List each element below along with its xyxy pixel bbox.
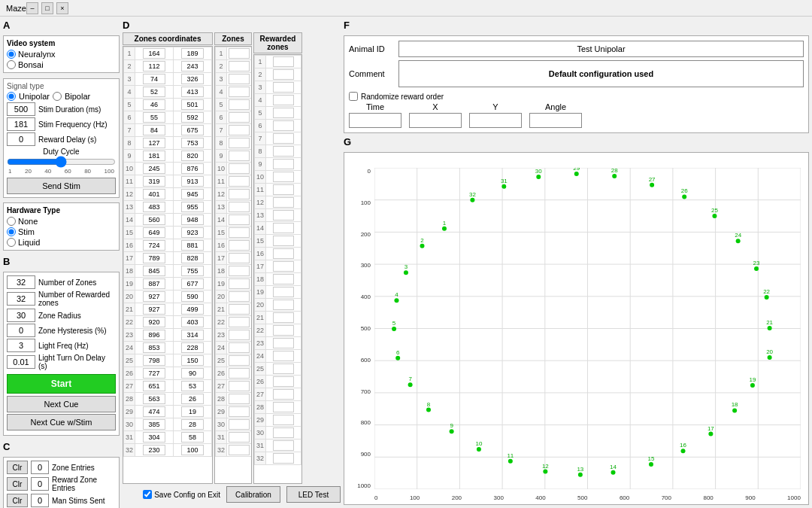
- rewarded-val-2[interactable]: [273, 69, 294, 80]
- coord-x-13[interactable]: [143, 202, 165, 212]
- x-input[interactable]: [409, 113, 462, 128]
- zone-val-12[interactable]: [229, 189, 250, 199]
- coord-y-6[interactable]: [181, 112, 204, 123]
- hw-none-radio[interactable]: [7, 217, 16, 226]
- coord-x-14[interactable]: [143, 214, 165, 225]
- rewarded-val-6[interactable]: [273, 120, 294, 131]
- unipolar-radio[interactable]: [7, 92, 16, 101]
- coord-x-17[interactable]: [143, 253, 165, 263]
- light-freq-input[interactable]: [7, 339, 35, 352]
- reward-entries-val[interactable]: [31, 477, 49, 491]
- rewarded-val-4[interactable]: [273, 95, 294, 105]
- coord-x-22[interactable]: [143, 317, 165, 327]
- calibration-btn[interactable]: Calibration: [226, 486, 280, 503]
- coord-y-11[interactable]: [181, 176, 204, 187]
- coord-x-11[interactable]: [143, 176, 165, 187]
- rewarded-val-13[interactable]: [273, 210, 294, 221]
- bipolar-radio[interactable]: [53, 92, 62, 101]
- coord-x-18[interactable]: [143, 266, 165, 276]
- time-input[interactable]: [349, 113, 401, 128]
- animal-id-input[interactable]: [398, 41, 804, 57]
- coord-y-30[interactable]: [181, 419, 204, 430]
- zone-val-29[interactable]: [229, 406, 250, 417]
- rewarded-val-3[interactable]: [273, 82, 294, 93]
- randomize-checkbox[interactable]: [349, 92, 358, 101]
- rewarded-val-24[interactable]: [273, 351, 294, 361]
- zone-val-31[interactable]: [229, 432, 250, 443]
- rewarded-val-1[interactable]: [273, 56, 294, 67]
- coord-y-2[interactable]: [181, 61, 204, 71]
- rewarded-val-8[interactable]: [273, 146, 294, 157]
- coord-x-9[interactable]: [143, 151, 165, 161]
- rewarded-val-5[interactable]: [273, 108, 294, 118]
- zone-val-19[interactable]: [229, 278, 250, 289]
- reward-delay-input[interactable]: [7, 132, 35, 146]
- coord-x-30[interactable]: [143, 419, 165, 430]
- zone-val-21[interactable]: [229, 304, 250, 315]
- y-input[interactable]: [469, 113, 522, 128]
- coord-y-14[interactable]: [181, 214, 204, 225]
- coord-x-8[interactable]: [143, 138, 165, 148]
- rewarded-val-11[interactable]: [273, 184, 294, 195]
- coord-x-21[interactable]: [143, 304, 165, 315]
- coord-x-25[interactable]: [143, 355, 165, 366]
- coord-y-18[interactable]: [181, 266, 204, 276]
- zone-val-30[interactable]: [229, 419, 250, 430]
- stim-duration-input[interactable]: 500: [7, 102, 35, 116]
- rewarded-val-19[interactable]: [273, 287, 294, 297]
- coord-y-7[interactable]: [181, 125, 204, 135]
- coord-x-12[interactable]: [143, 189, 165, 199]
- coord-x-29[interactable]: [143, 406, 165, 417]
- zone-val-27[interactable]: [229, 381, 250, 391]
- coord-x-20[interactable]: [143, 291, 165, 302]
- light-delay-input[interactable]: [7, 355, 35, 369]
- zone-radius-input[interactable]: [7, 309, 35, 322]
- clr-reward-btn[interactable]: Clr: [7, 477, 28, 491]
- coord-y-20[interactable]: [181, 291, 204, 302]
- coord-x-7[interactable]: [143, 125, 165, 135]
- rewarded-val-22[interactable]: [273, 325, 294, 336]
- rewarded-val-16[interactable]: [273, 248, 294, 259]
- rewarded-val-30[interactable]: [273, 427, 294, 438]
- minimize-btn[interactable]: –: [26, 2, 38, 14]
- zone-val-8[interactable]: [229, 138, 250, 148]
- coord-y-31[interactable]: [181, 432, 204, 443]
- zone-hysteresis-input[interactable]: [7, 324, 35, 337]
- zone-val-11[interactable]: [229, 176, 250, 187]
- coord-x-31[interactable]: [143, 432, 165, 443]
- rewarded-val-15[interactable]: [273, 236, 294, 246]
- coord-y-4[interactable]: [181, 87, 204, 97]
- zone-val-22[interactable]: [229, 317, 250, 327]
- coord-y-1[interactable]: [181, 48, 204, 59]
- zone-val-32[interactable]: [229, 445, 250, 455]
- coord-x-3[interactable]: [143, 74, 165, 84]
- coord-y-24[interactable]: [181, 342, 204, 353]
- zone-val-23[interactable]: [229, 330, 250, 340]
- num-zones-input[interactable]: [7, 275, 35, 289]
- zone-val-9[interactable]: [229, 151, 250, 161]
- clr-zone-btn[interactable]: Clr: [7, 461, 28, 474]
- hw-liquid-option[interactable]: Liquid: [7, 238, 116, 247]
- rewarded-val-10[interactable]: [273, 172, 294, 182]
- zone-val-4[interactable]: [229, 87, 250, 97]
- coord-y-13[interactable]: [181, 202, 204, 212]
- duty-cycle-slider[interactable]: [7, 157, 116, 166]
- zone-val-5[interactable]: [229, 99, 250, 110]
- stims-sent-val[interactable]: [31, 494, 49, 507]
- close-btn[interactable]: ×: [56, 2, 68, 14]
- rewarded-val-21[interactable]: [273, 312, 294, 323]
- rewarded-val-17[interactable]: [273, 261, 294, 272]
- zone-val-15[interactable]: [229, 227, 250, 238]
- coord-x-32[interactable]: [143, 445, 165, 455]
- rewarded-val-32[interactable]: [273, 453, 294, 464]
- rewarded-val-20[interactable]: [273, 300, 294, 310]
- next-cue-stim-btn[interactable]: Next Cue w/Stim: [7, 414, 116, 430]
- num-rewarded-input[interactable]: [7, 292, 35, 306]
- rewarded-scroll[interactable]: 1 2 3 4 5 6 7 8 9 10 11 12 13 14: [253, 54, 302, 484]
- coord-y-12[interactable]: [181, 189, 204, 199]
- rewarded-val-7[interactable]: [273, 133, 294, 144]
- coord-y-25[interactable]: [181, 355, 204, 366]
- next-cue-btn[interactable]: Next Cue: [7, 396, 116, 412]
- zone-val-14[interactable]: [229, 214, 250, 225]
- zone-val-1[interactable]: [229, 48, 250, 59]
